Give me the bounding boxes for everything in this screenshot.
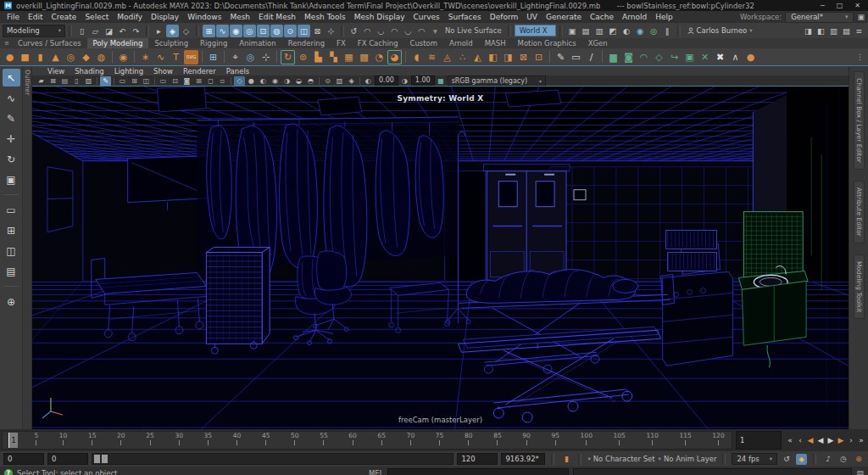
extract-icon[interactable]: ⊠ [516,50,531,64]
command-input[interactable] [387,468,569,475]
attribute-editor-toggle-icon[interactable]: ◨ [802,25,815,37]
type-tool-icon[interactable]: T [169,50,183,64]
mirror-icon[interactable]: ⊜ [296,50,310,64]
extrude-icon[interactable]: ▆ [606,50,620,64]
smooth-icon[interactable]: ◔ [372,50,387,64]
maximize-button[interactable]: □ [837,2,843,9]
input-connection-icon[interactable]: ◠ [361,25,374,37]
mel-label[interactable]: MEL [369,469,383,475]
render-settings-icon[interactable]: ◩ [607,25,620,37]
fps-selector[interactable]: 24 fps ▾ [732,453,777,465]
use-lights-icon[interactable]: ◉ [270,76,281,86]
set-key-icon[interactable]: ▮ [560,453,572,465]
wireframe-display-icon[interactable]: ◇ [234,76,245,86]
resolution-gate-icon[interactable]: ⊡ [170,76,181,86]
menu-item[interactable]: Display [147,13,183,21]
workspace-toggle-icon[interactable]: ≡ [853,25,865,37]
menu-item[interactable]: UV [522,13,542,21]
minimize-button[interactable]: ─ [821,2,825,9]
workspace-lock-icon[interactable]: ▣ [857,13,865,21]
right-panel-tab[interactable]: Attribute Editor [854,181,865,243]
surface-snap-icon[interactable]: ◡ [402,25,415,37]
highlight-affected-icon[interactable]: ⊹ [325,25,337,37]
modeling-toolkit-toggle-icon[interactable]: ▤ [840,25,853,37]
triangulate-icon[interactable]: ◬ [440,50,454,64]
multi-cut-icon[interactable]: ∕ [584,50,598,64]
shadows-icon[interactable]: ◑ [281,76,292,86]
image-plane-icon[interactable]: ▨ [83,76,94,86]
poly-plane-icon[interactable]: ◆ [79,50,93,64]
shelf-tab[interactable]: MASH [479,38,512,48]
range-slider-track[interactable] [92,453,453,465]
zoom-tool[interactable]: ⊕ [3,293,20,310]
menu-item[interactable]: Mesh [225,13,254,21]
shelf-overflow-icon[interactable]: ⋮ [856,53,865,61]
duplicate-face-icon[interactable]: ◨ [501,50,515,64]
uv-snap-icon[interactable]: ◠ [415,25,428,37]
range-start-handle[interactable] [94,455,100,463]
quadrangulate-icon[interactable]: ≋ [425,50,439,64]
pause-viewport-icon[interactable]: ‖ [661,25,674,37]
shelf-tab[interactable]: FX [331,38,352,48]
auto-key-toggle[interactable]: ◆ [796,454,807,465]
animation-start-field[interactable]: 0 [3,453,44,465]
redo-icon[interactable]: ↷ [130,25,142,37]
character-set-selector[interactable]: ▾ No Character Set [587,455,654,463]
crease-tool-icon[interactable]: ∧ [728,50,743,64]
shelf-tab[interactable]: Motion Graphics [512,38,582,48]
exposure-icon[interactable]: ◐ [363,76,374,86]
menu-item[interactable]: Windows [183,13,225,21]
command-result[interactable] [573,468,852,475]
textured-display-icon[interactable]: ◐ [258,76,269,86]
zero-transform-icon[interactable]: ⊹ [259,50,273,64]
live-surface-menu-arrow[interactable]: ▾ [429,25,442,37]
construction-plane-icon[interactable]: ⌖ [228,50,242,64]
camera-attributes-icon[interactable]: ▤ [59,76,70,86]
gamma-field[interactable]: 1.00 [411,75,435,86]
shelf-tab[interactable]: Animation [233,38,281,48]
hypershade-icon[interactable]: ◐ [620,25,633,37]
shelf-tab[interactable]: Sculpting [148,38,194,48]
mirror-cut-icon[interactable]: ◧ [486,50,500,64]
shelf-tab[interactable]: Arnold [443,38,479,48]
safe-title-icon[interactable]: ▫ [217,76,228,86]
film-gate-icon[interactable]: ▭ [158,76,169,86]
make-live-shelf-icon[interactable]: ◎ [243,50,258,64]
left-wall-window[interactable] [47,167,73,232]
outliner-tab[interactable]: Outliner [24,70,31,95]
bridge-icon[interactable]: ◠ [637,50,651,64]
poly-torus-icon[interactable]: ◎ [64,50,78,64]
script-editor-icon[interactable]: ▤ [856,469,864,475]
shelf-tab[interactable]: Poly Modeling [87,38,149,48]
menu-set-selector[interactable]: Modeling▾ [3,25,65,37]
shelf-tab[interactable]: Rendering [282,38,331,48]
render-sequence-icon[interactable]: ◎ [648,25,660,37]
select-tool[interactable]: ↖ [3,69,20,87]
xray-icon[interactable]: ▧ [334,76,345,86]
sweep-mesh-icon[interactable]: ∿ [153,50,168,64]
lock-camera-icon[interactable]: ⊠ [47,76,58,86]
poly-platonic-icon[interactable]: ◉ [116,50,131,64]
smooth-mesh-icon[interactable]: ↻ [281,50,295,64]
wireframe-on-shaded-icon[interactable]: ◈ [346,76,357,86]
poke-icon[interactable]: ∴ [455,50,470,64]
animation-end-field[interactable]: 9163.92* [501,453,545,465]
symmetry-toggle-icon[interactable]: ◫ [298,25,310,37]
menu-item[interactable]: Help [651,13,677,21]
shelf-tab[interactable]: Custom [404,38,444,48]
render-view-icon[interactable]: ▣ [566,25,579,37]
menu-item[interactable]: Edit Mesh [254,13,300,21]
circularize-icon[interactable]: ● [743,50,758,64]
shelf-tab[interactable]: FX Caching [352,38,404,48]
select-hierarchy-icon[interactable]: ▸ [153,25,165,37]
range-end-handle[interactable] [102,455,108,463]
append-polygon-icon[interactable]: ✎ [554,50,568,64]
color-transform-selector[interactable]: sRGB gamma (legacy)▾ [448,75,546,86]
mute-icon[interactable]: ♪ [822,453,834,465]
shelf-tab[interactable]: Curves / Surfaces [12,38,87,48]
snap-curve-icon[interactable]: ∿ [216,25,229,37]
go-to-start-button[interactable]: « [785,433,795,448]
right-panel-tab[interactable]: Channel Box / Layer Editor [854,71,865,170]
select-object-icon[interactable]: ◈ [166,25,179,37]
layout-split-icon[interactable]: ◫ [141,76,152,86]
